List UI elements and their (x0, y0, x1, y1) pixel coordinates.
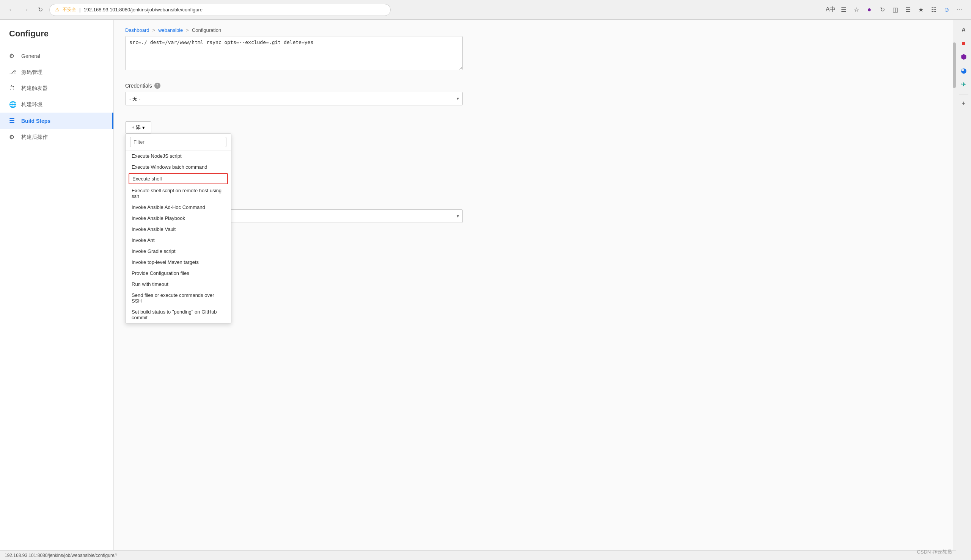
menu-item-run-timeout[interactable]: Run with timeout (125, 279, 231, 290)
add-build-step-wrapper: 增加构建步骤 ▾ (125, 229, 959, 242)
menu-item-execute-nodejs[interactable]: Execute NodeJS script (125, 150, 231, 162)
filter-header (125, 134, 231, 150)
browser-actions: A中 ☰ ☆ ● ↻ ◫ ☰ ★ ☷ ☺ ⋯ (825, 5, 965, 15)
browser-chrome: ← → ↻ ⚠ 不安全 | 192.168.93.101:8080/jenkin… (0, 0, 971, 20)
menu-item-invoke-ant[interactable]: Invoke Ant (125, 235, 231, 246)
credentials-help-icon[interactable]: ? (154, 83, 160, 89)
main-container: Configure ⚙ General ⎇ 源码管理 ⏱ 构建触发器 🌐 构建环… (0, 20, 971, 560)
address-bar[interactable]: ⚠ 不安全 | 192.168.93.101:8080/jenkins/job/… (49, 4, 391, 16)
credentials-section: Credentials ? - 无 - ▾ (125, 83, 959, 105)
textarea-section (125, 36, 959, 71)
breadcrumb: Dashboard > webansible > Configuration (125, 27, 959, 33)
status-bar: 192.168.93.101:8080/jenkins/job/webansib… (0, 550, 971, 560)
content-area: Dashboard > webansible > Configuration C… (114, 20, 971, 560)
build-env-icon: 🌐 (9, 101, 17, 108)
split-view-btn[interactable]: ◫ (890, 5, 901, 15)
ext-blue-btn[interactable]: ◕ (958, 65, 969, 76)
menu-item-invoke-ansible-vault[interactable]: Invoke Ansible Vault (125, 224, 231, 235)
sidebar-item-build-steps[interactable]: ☰ Build Steps (0, 113, 113, 129)
breadcrumb-sep2: > (186, 27, 189, 33)
update-btn[interactable]: ↻ (877, 5, 888, 15)
menu-item-execute-shell-ssh[interactable]: Execute shell script on remote host usin… (125, 185, 231, 202)
right-extension-sidebar: A ■ ⬢ ◕ ✈ + (956, 20, 971, 560)
menu-item-execute-windows-batch[interactable]: Execute Windows batch command (125, 162, 231, 173)
source-control-icon: ⎇ (9, 68, 17, 76)
breadcrumb-dashboard[interactable]: Dashboard (125, 27, 149, 33)
translate-btn[interactable]: A中 (825, 5, 836, 15)
add-button-arrow: ▾ (142, 125, 145, 130)
menu-item-provide-config[interactable]: Provide Configuration files (125, 268, 231, 279)
menu-item-invoke-ansible-adhoc[interactable]: Invoke Ansible Ad-Hoc Command (125, 202, 231, 213)
menu-item-execute-shell[interactable]: Execute shell (128, 173, 228, 184)
credentials-select[interactable]: - 无 - (125, 92, 463, 105)
post-build-title: 构建后操作 (125, 257, 959, 266)
ext-teal-btn[interactable]: ✈ (958, 79, 969, 90)
reading-list-btn[interactable]: ☰ (903, 5, 913, 15)
url-separator: | (79, 7, 80, 13)
build-triggers-icon: ⏱ (9, 85, 17, 92)
credentials-select-wrapper: - 无 - ▾ (125, 92, 463, 105)
menu-item-send-files-ssh[interactable]: Send files or execute commands over SSH (125, 290, 231, 307)
menu-item-invoke-gradle[interactable]: Invoke Gradle script (125, 246, 231, 257)
post-build-icon: ⚙ (9, 133, 17, 141)
sidebar-item-build-env[interactable]: 🌐 构建环境 (0, 96, 113, 113)
lock-icon: ⚠ (55, 7, 60, 13)
sidebar-item-source-control[interactable]: ⎇ 源码管理 (0, 64, 113, 80)
filter-input[interactable] (130, 137, 227, 147)
general-icon: ⚙ (9, 52, 17, 60)
profile-btn[interactable]: ● (864, 5, 875, 15)
add-button[interactable]: + 添 ▾ (125, 121, 151, 133)
sidebar-label-build-env: 构建环境 (21, 101, 42, 108)
favorites2-btn[interactable]: ★ (916, 5, 926, 15)
refresh-button[interactable]: ↻ (35, 5, 45, 15)
ext-purple-btn[interactable]: ⬢ (958, 52, 969, 62)
read-mode-btn[interactable]: ☰ (838, 5, 849, 15)
scrollbar-thumb (953, 42, 956, 88)
rsync-command-textarea[interactable] (125, 36, 463, 70)
ext-bookmark-btn[interactable]: ■ (958, 38, 969, 48)
sidebar-item-build-triggers[interactable]: ⏱ 构建触发器 (0, 80, 113, 96)
ext-translate-btn[interactable]: A (958, 24, 969, 35)
url-text: 192.168.93.101:8080/jenkins/job/webansib… (83, 7, 202, 13)
menu-item-set-build-status[interactable]: Set build status to "pending" on GitHub … (125, 307, 231, 323)
back-button[interactable]: ← (6, 5, 17, 15)
ext-divider (959, 94, 968, 94)
build-steps-icon: ☰ (9, 117, 17, 124)
menu-item-invoke-maven[interactable]: Invoke top-level Maven targets (125, 257, 231, 268)
status-url: 192.168.93.101:8080/jenkins/job/webansib… (5, 553, 117, 558)
not-secure-label: 不安全 (63, 7, 76, 13)
add-post-build-wrapper: 增加构建后操作步骤 ▾ (125, 272, 959, 286)
breadcrumb-sep1: > (152, 27, 155, 33)
filter-dropdown: Execute NodeJS script Execute Windows ba… (125, 133, 231, 323)
post-build-section: 构建后操作 增加构建后操作步骤 ▾ (125, 257, 959, 286)
sidebar-label-build-triggers: 构建触发器 (21, 85, 48, 92)
collections-btn[interactable]: ☷ (929, 5, 939, 15)
sidebar-title: Configure (0, 29, 113, 48)
ext-add-btn[interactable]: + (959, 99, 968, 108)
left-sidebar: Configure ⚙ General ⎇ 源码管理 ⏱ 构建触发器 🌐 构建环… (0, 20, 114, 560)
add-button-section: + 添 ▾ Execute NodeJS script Execute Wind… (125, 117, 959, 133)
sidebar-label-post-build: 构建后操作 (21, 134, 48, 141)
credentials-label: Credentials ? (125, 83, 959, 89)
breadcrumb-webansible[interactable]: webansible (158, 27, 183, 33)
edge-profile-btn[interactable]: ☺ (941, 5, 952, 15)
sidebar-label-build-steps: Build Steps (21, 118, 50, 124)
sidebar-item-post-build[interactable]: ⚙ 构建后操作 (0, 129, 113, 145)
footer-actions: 保存 应用 (125, 297, 959, 328)
csdn-watermark: CSDN @云教员 (917, 548, 952, 555)
right-scrollbar[interactable] (953, 20, 956, 560)
add-button-label: + 添 (132, 124, 141, 131)
sidebar-label-general: General (21, 53, 40, 59)
favorites-btn[interactable]: ☆ (851, 5, 862, 15)
sidebar-label-source-control: 源码管理 (21, 69, 42, 76)
forward-button[interactable]: → (20, 5, 31, 15)
menu-item-invoke-ansible-playbook[interactable]: Invoke Ansible Playbook (125, 213, 231, 224)
breadcrumb-current: Configuration (192, 27, 221, 33)
add-dropdown-container: + 添 ▾ Execute NodeJS script Execute Wind… (125, 117, 151, 133)
sidebar-item-general[interactable]: ⚙ General (0, 48, 113, 64)
more-btn[interactable]: ⋯ (954, 5, 965, 15)
